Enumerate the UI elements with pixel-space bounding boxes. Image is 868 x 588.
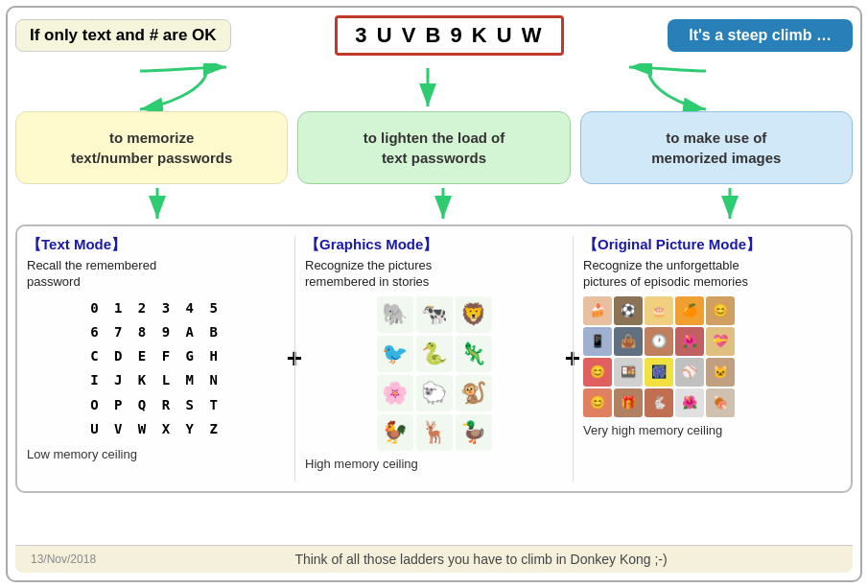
animal-grid: 🐘 🐄 🦁 🐦 🐍 🦎 🌸 🐑 🐒 🐓 🦌 🦆 [377, 296, 492, 451]
photo-20: 🍖 [706, 388, 735, 417]
top-arrows-svg [15, 63, 868, 111]
photo-2: ⚽ [614, 296, 643, 325]
footer: 13/Nov/2018 Think of all those ladders y… [15, 545, 853, 573]
photo-9: 🌺 [675, 327, 704, 356]
photo-14: ⚾ [675, 358, 704, 387]
photo-3: 🎂 [645, 296, 673, 325]
animal-5: 🐍 [416, 336, 453, 372]
text-mode-memory: Low memory ceiling [27, 447, 285, 461]
text-mode-desc: Recall the rememberedpassword [27, 258, 285, 291]
text-mode-purpose: to memorizetext/number passwords [15, 111, 288, 184]
main-container: If only text and # are OK 3 U V B 9 K U … [6, 6, 862, 582]
animal-9: 🐒 [456, 375, 492, 412]
text-only-label: If only text and # are OK [15, 19, 231, 52]
graphics-mode-title: 【Graphics Mode】 [305, 236, 563, 254]
graphics-mode-col: 【Graphics Mode】 Recognize the picturesre… [294, 236, 563, 482]
animal-6: 🦎 [456, 336, 492, 372]
photo-6: 📱 [583, 327, 612, 356]
text-mode-title: 【Text Mode】 [27, 236, 285, 254]
animal-7: 🌸 [377, 375, 413, 412]
graphics-mode-desc: Recognize the picturesremembered in stor… [305, 258, 563, 291]
graphics-mode-memory: High memory ceiling [305, 457, 563, 471]
steep-climb-label: It's a steep climb … [668, 19, 853, 52]
picture-mode-col: 【Original Picture Mode】 Recognize the un… [573, 236, 841, 482]
animal-8: 🐑 [416, 375, 453, 412]
footer-date: 13/Nov/2018 [31, 553, 96, 566]
animal-2: 🐄 [416, 296, 453, 333]
animal-11: 🦌 [416, 414, 453, 451]
password-display: 3 U V B 9 K U W [335, 15, 563, 56]
graphics-mode-purpose: to lighten the load oftext passwords [297, 111, 570, 184]
bottom-arrows-svg [15, 186, 868, 223]
picture-mode-desc: Recognize the unforgettablepictures of e… [583, 258, 841, 291]
photo-11: 😊 [583, 358, 612, 387]
photo-4: 🍊 [675, 296, 704, 325]
animal-3: 🦁 [456, 296, 492, 333]
photo-17: 🎁 [614, 388, 643, 417]
photo-13: 🎆 [645, 358, 673, 387]
bottom-arrows [15, 186, 853, 223]
animal-1: 🐘 [377, 296, 413, 333]
animal-12: 🦆 [456, 414, 492, 451]
photo-15: 🐱 [706, 358, 735, 387]
picture-mode-memory: Very high memory ceiling [583, 423, 841, 437]
photo-19: 🌺 [675, 388, 704, 417]
bottom-section: 【Text Mode】 Recall the rememberedpasswor… [15, 224, 853, 493]
footer-text: Think of all those ladders you have to c… [125, 552, 837, 567]
photo-18: 🐇 [645, 388, 673, 417]
photo-8: 🕐 [645, 327, 673, 356]
photo-7: 👜 [614, 327, 643, 356]
animal-4: 🐦 [377, 336, 413, 372]
photo-12: 🍱 [614, 358, 643, 387]
char-grid: 0 1 2 3 4 5 6 7 8 9 A B C D E F G H I J … [27, 296, 285, 441]
photo-10: 💝 [706, 327, 735, 356]
picture-mode-title: 【Original Picture Mode】 [583, 236, 841, 254]
animal-10: 🐓 [377, 414, 413, 451]
top-arrows [15, 63, 853, 111]
photo-16: 😊 [583, 388, 612, 417]
top-row: If only text and # are OK 3 U V B 9 K U … [15, 15, 853, 56]
photo-grid: 🍰 ⚽ 🎂 🍊 😊 📱 👜 🕐 🌺 💝 😊 🍱 🎆 ⚾ 🐱 😊 🎁 🐇 🌺 [583, 296, 841, 417]
picture-mode-purpose: to make use ofmemorized images [580, 111, 853, 184]
text-mode-col: 【Text Mode】 Recall the rememberedpasswor… [27, 236, 285, 482]
photo-1: 🍰 [583, 296, 612, 325]
photo-5: 😊 [706, 296, 735, 325]
middle-row: to memorizetext/number passwords to ligh… [15, 111, 853, 184]
